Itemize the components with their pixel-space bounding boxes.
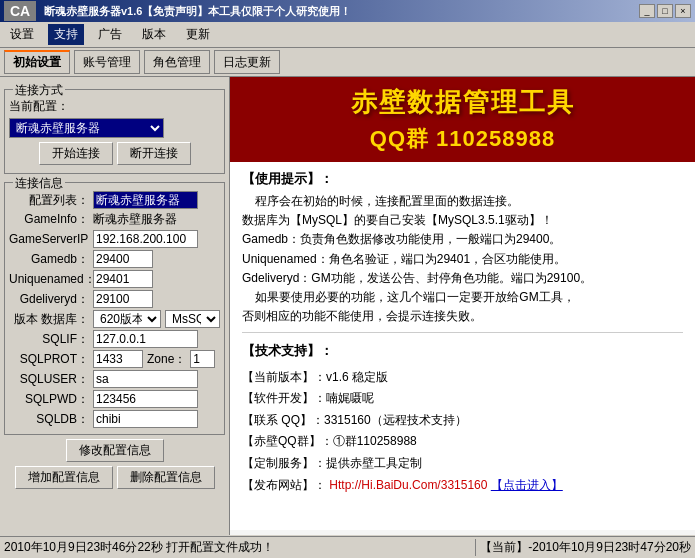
toolbar-log[interactable]: 日志更新 [214,50,280,74]
close-button[interactable]: × [675,4,691,18]
qq-info-row: 【联系 QQ】：3315160（远程技术支持） [242,410,683,432]
gdeliveryd-input[interactable] [93,290,153,308]
config-list-label: 配置列表： [9,192,89,209]
version-label: 版本 数据库： [9,311,89,328]
dev-info-row: 【软件开发】：喃娓嗫呢 [242,388,683,410]
tip-line-5: 如果要使用必要的功能，这几个端口一定要开放给GM工具， [242,288,683,307]
menu-bar: 设置 支持 广告 版本 更新 [0,22,695,48]
sqlif-label: SQLIF： [9,331,89,348]
tips-title: 【使用提示】： [242,170,683,188]
menu-item-support[interactable]: 支持 [48,24,84,45]
website-url: Http://Hi.BaiDu.Com/3315160 [329,478,487,492]
current-config-label: 当前配置： [9,98,69,115]
tip-line-2: Gamedb：负责角色数据修改功能使用，一般端口为29400。 [242,230,683,249]
website-label: 【发布网站】： [242,478,326,492]
connection-group: 连接方式 当前配置： 断魂赤壁服务器 开始连接 断开连接 [4,89,225,174]
gameinfo-value: 断魂赤壁服务器 [93,211,177,228]
zone-label: Zone： [147,351,186,368]
status-right-text: 【当前】-2010年10月9日23时47分20秒 [475,539,695,556]
minimize-button[interactable]: _ [639,4,655,18]
delete-button[interactable]: 删除配置信息 [117,466,215,489]
menu-item-ad[interactable]: 广告 [92,24,128,45]
version-info-row: 【当前版本】：v1.6 稳定版 [242,367,683,389]
title-bar: CA 断魂赤壁服务器v1.6【免责声明】本工具仅限于个人研究使用！ _ □ × [0,0,695,22]
uniquenamed-input[interactable] [93,270,153,288]
modify-btn-row: 修改配置信息 [4,439,225,462]
tip-line-3: Uniquenamed：角色名验证，端口为29401，合区功能使用。 [242,250,683,269]
gamedb-label: Gamedb： [9,251,89,268]
menu-item-update[interactable]: 更新 [180,24,216,45]
tip-line-4: Gdeliveryd：GM功能，发送公告、封停角色功能。端口为29100。 [242,269,683,288]
tip-line-6: 否则相应的功能不能使用，会提示连接失败。 [242,307,683,326]
connect-button[interactable]: 开始连接 [39,142,113,165]
add-button[interactable]: 增加配置信息 [15,466,113,489]
zone-input[interactable] [190,350,215,368]
tip-line-1: 数据库为【MySQL】的要自己安装【MySQL3.5.1驱动】！ [242,211,683,230]
toolbar: 初始设置 账号管理 角色管理 日志更新 [0,48,695,77]
status-bar: 2010年10月9日23时46分22秒 打开配置文件成功！ 【当前】-2010年… [0,536,695,558]
sqlprot-label: SQLPROT： [9,351,89,368]
sqluser-input[interactable] [93,370,198,388]
config-select-row: 断魂赤壁服务器 [9,118,220,138]
toolbar-account[interactable]: 账号管理 [74,50,140,74]
modify-button[interactable]: 修改配置信息 [66,439,164,462]
info-group-title: 连接信息 [13,175,65,192]
toolbar-role[interactable]: 角色管理 [144,50,210,74]
ca-badge: CA [4,1,36,21]
gamedb-input[interactable] [93,250,153,268]
gdeliveryd-label: Gdeliveryd： [9,291,89,308]
config-select[interactable]: 断魂赤壁服务器 [9,118,164,138]
tech-title: 【技术支持】： [242,339,683,362]
sqldb-label: SQLDB： [9,411,89,428]
left-panel: 连接方式 当前配置： 断魂赤壁服务器 开始连接 断开连接 连接信息 配置列表： [0,77,230,535]
toolbar-init[interactable]: 初始设置 [4,50,70,74]
window-title: 断魂赤壁服务器v1.6【免责声明】本工具仅限于个人研究使用！ [44,4,351,19]
divider [242,332,683,333]
tip-line-0: 程序会在初始的时候，连接配置里面的数据连接。 [242,192,683,211]
gameinfo-label: GameInfo： [9,211,89,228]
tech-section: 【技术支持】： 【当前版本】：v1.6 稳定版 【软件开发】：喃娓嗫呢 【联系 … [242,339,683,496]
sqlpwd-label: SQLPWD： [9,391,89,408]
maximize-button[interactable]: □ [657,4,673,18]
current-config-row: 当前配置： [9,98,220,115]
version-select[interactable]: 620版本 [93,310,161,328]
status-left-text: 2010年10月9日23时46分22秒 打开配置文件成功！ [0,539,475,556]
chibi-qq-row: 【赤壁QQ群】：①群110258988 [242,431,683,453]
bottom-btns-row: 增加配置信息 删除配置信息 [4,466,225,489]
db-type-select[interactable]: MsSQL库 [165,310,220,328]
website-link[interactable]: 【点击进入】 [491,478,563,492]
sqlprot-input[interactable] [93,350,143,368]
menu-item-version[interactable]: 版本 [136,24,172,45]
window-controls[interactable]: _ □ × [639,4,691,18]
gameserverip-input[interactable] [93,230,198,248]
right-content: 【使用提示】： 程序会在初始的时候，连接配置里面的数据连接。 数据库为【MySQ… [230,162,695,530]
sqldb-input[interactable] [93,410,198,428]
right-header: 赤壁数据管理工具 QQ群 110258988 [230,77,695,162]
qq-group: QQ群 110258988 [238,124,687,154]
sqlif-input[interactable] [93,330,198,348]
right-panel: 赤壁数据管理工具 QQ群 110258988 【使用提示】： 程序会在初始的时候… [230,77,695,535]
config-list-input[interactable] [93,191,198,209]
tips-section: 【使用提示】： 程序会在初始的时候，连接配置里面的数据连接。 数据库为【MySQ… [242,170,683,326]
sqluser-label: SQLUSER： [9,371,89,388]
menu-item-settings[interactable]: 设置 [4,24,40,45]
sqlpwd-input[interactable] [93,390,198,408]
disconnect-button[interactable]: 断开连接 [117,142,191,165]
connection-info-group: 连接信息 配置列表： GameInfo： 断魂赤壁服务器 GameServerI… [4,182,225,435]
uniquenamed-label: Uniquenamed： [9,271,89,288]
main-content: 连接方式 当前配置： 断魂赤壁服务器 开始连接 断开连接 连接信息 配置列表： [0,77,695,535]
connection-group-title: 连接方式 [13,82,65,99]
gameserverip-label: GameServerIP： [9,231,89,248]
brand-title: 赤壁数据管理工具 [238,85,687,120]
website-row: 【发布网站】： Http://Hi.BaiDu.Com/3315160 【点击进… [242,475,683,497]
custom-info-row: 【定制服务】：提供赤壁工具定制 [242,453,683,475]
connect-buttons: 开始连接 断开连接 [9,142,220,165]
